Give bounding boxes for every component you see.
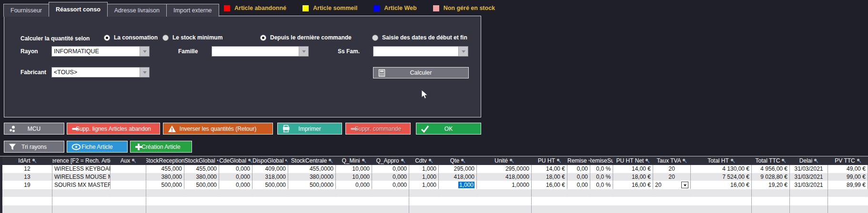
cell[interactable] [439,189,477,197]
cell[interactable]: 9 028,80 € [752,173,790,181]
cell[interactable]: 295,000 [439,165,477,173]
taux-tva-dropdown[interactable] [681,182,688,188]
cell[interactable]: 500,000 [184,181,219,189]
cell[interactable]: 12 [2,165,52,173]
cell[interactable] [653,205,691,213]
table-row[interactable]: 13WIRELESS MOUSE MX MASTER380,000380,000… [2,173,868,181]
radio-icon[interactable] [104,35,110,41]
inverser-quantites-button[interactable]: Inverser les quantités (Retour) [163,123,273,135]
table-row[interactable]: 12WIRELESS KEYBOARD 3000 V2455,000455,00… [2,165,868,173]
cell[interactable] [372,189,409,197]
cell[interactable] [409,189,439,197]
cell[interactable] [532,197,567,205]
cell[interactable]: 455,000 [184,165,219,173]
cell[interactable] [111,197,146,205]
cell[interactable]: 295,0000 [477,165,532,173]
cell[interactable] [146,189,184,197]
cell[interactable]: 0,0 % [590,173,613,181]
cell[interactable] [790,197,828,205]
articles-table[interactable]: IdArtReference [F2 = Rech. Article]AuxSt… [0,156,868,213]
cell[interactable]: 16,00 € [691,181,752,189]
cell[interactable] [439,205,477,213]
radio-icon[interactable] [162,35,169,41]
cell[interactable] [691,197,752,205]
cell[interactable] [590,189,613,197]
ss-fam-select[interactable] [373,46,468,57]
chevron-down-icon[interactable] [140,68,149,77]
cell[interactable]: 20 [653,181,691,189]
cell[interactable] [219,197,252,205]
column-header[interactable]: Total HT [691,156,752,165]
cell[interactable]: 418,0000 [477,173,532,181]
chevron-down-icon[interactable] [140,47,149,56]
cell[interactable]: WIRELESS KEYBOARD 3000 V2 [52,165,111,173]
cell[interactable] [52,189,111,197]
column-header[interactable]: Cdtv [409,156,439,165]
column-header[interactable]: StockCentrale [288,156,336,165]
cell[interactable]: 500,000 [252,181,288,189]
cell[interactable]: 0,000 [372,181,409,189]
cell[interactable]: 1,000 [409,165,439,173]
cell[interactable] [146,197,184,205]
cell[interactable] [409,197,439,205]
cell[interactable] [219,189,252,197]
column-header[interactable]: CdeGlobal [219,156,252,165]
cell[interactable]: 0,000 [372,165,409,173]
cell[interactable] [439,197,477,205]
cell[interactable] [567,205,590,213]
table-row[interactable]: 19SOURIS MX MASTER500,000500,0000,000500… [2,181,868,189]
cell[interactable] [691,189,752,197]
column-header[interactable]: Reference [F2 = Rech. Article] [52,156,111,165]
cell[interactable] [111,173,146,181]
creation-article-button[interactable]: Création Article [130,141,192,153]
cell[interactable]: SOURIS MX MASTER [52,181,111,189]
radio-icon[interactable] [372,35,378,41]
cell[interactable]: 20 [653,173,691,181]
cell[interactable] [828,189,868,197]
radio-la-consomation[interactable]: La consomation [104,34,158,41]
cell[interactable] [828,205,868,213]
cell[interactable]: 380,000 [184,173,219,181]
cell[interactable]: 99,00 € [828,173,868,181]
famille-select[interactable] [212,46,309,57]
cell[interactable] [184,197,219,205]
cell[interactable]: 10,000 [336,173,372,181]
cell[interactable]: 7 524,00 € [691,173,752,181]
cell[interactable] [790,205,828,213]
cell[interactable]: 4 130,00 € [691,165,752,173]
cell[interactable] [288,197,336,205]
cell[interactable]: 1,000 [409,173,439,181]
cell[interactable] [567,197,590,205]
chevron-down-icon[interactable] [299,47,308,56]
ok-button[interactable]: OK [416,123,481,135]
cell[interactable]: 418,000 [439,173,477,181]
column-header[interactable]: StockGlobal [184,156,219,165]
cell[interactable]: 16,00 € [613,181,653,189]
cell[interactable]: 380,0000 [288,173,336,181]
cell[interactable] [590,197,613,205]
cell[interactable]: 500,000 [146,181,184,189]
cell[interactable] [613,205,653,213]
column-header[interactable]: IdArt [2,156,52,165]
column-header[interactable]: Delai [790,156,828,165]
fiche-article-button[interactable]: Fiche Article [67,141,128,153]
cell[interactable]: 500,0000 [288,181,336,189]
cell[interactable] [477,205,532,213]
column-header[interactable]: PU HT Net [613,156,653,165]
chevron-down-icon[interactable] [458,47,468,56]
column-header[interactable]: Q_Appro [372,156,409,165]
suppr-commande-button[interactable]: Suppr. commande [345,123,411,135]
cell[interactable] [613,197,653,205]
cell[interactable]: 0,00 [567,165,590,173]
cell[interactable]: 380,000 [146,173,184,181]
cell[interactable] [184,189,219,197]
radio-depuis-derniere-commande[interactable]: Depuis le dernière commande [260,34,352,41]
empty-table-row[interactable] [2,197,868,205]
cell[interactable] [111,181,146,189]
cell[interactable] [828,197,868,205]
cell[interactable]: 0,000 [219,181,252,189]
cell[interactable]: 20 [653,165,691,173]
empty-table-row[interactable] [2,205,868,213]
cell[interactable]: 0,00 [567,181,590,189]
radio-saisie-dates[interactable]: Saisie des dates de début et fin [372,34,467,41]
